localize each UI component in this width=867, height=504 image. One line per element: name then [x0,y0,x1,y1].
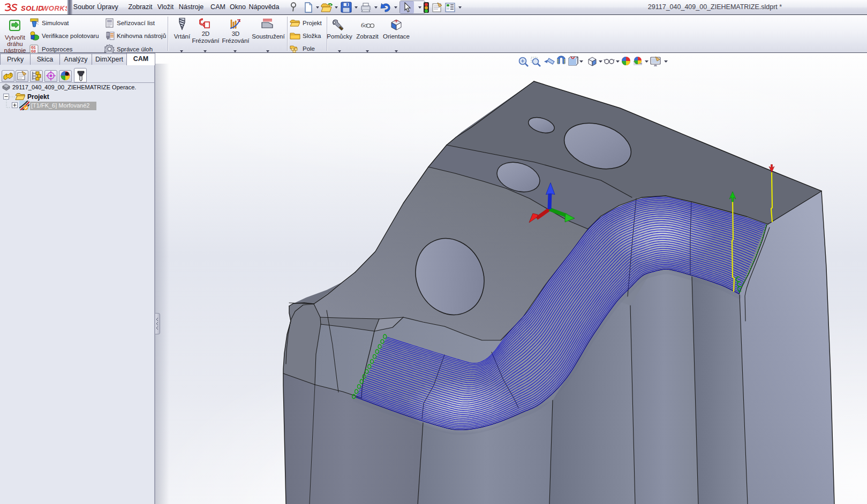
svg-text:G1: G1 [31,45,36,49]
svg-text:SOLID: SOLID [21,4,43,12]
svg-text:G3: G3 [31,49,36,53]
svg-text:WORKS: WORKS [42,4,67,12]
